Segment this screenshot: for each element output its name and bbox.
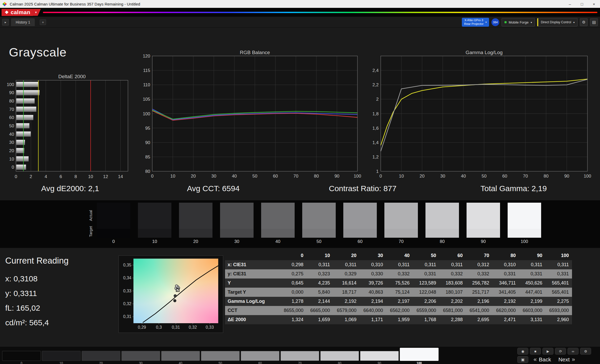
axis-tick-label: 0: [151, 174, 153, 179]
patch-chip[interactable]: [281, 351, 319, 361]
swatch-actual-color: [261, 203, 295, 229]
pattern-patch-10[interactable]: 10: [42, 351, 81, 364]
reading-cdm2: cd/m²: 565,4: [5, 315, 69, 330]
pattern-patch-70[interactable]: 70: [281, 351, 319, 364]
axis-tick-label: 8: [75, 174, 77, 179]
table-value: 2,192: [333, 297, 360, 306]
settings-icon[interactable]: ⚙: [580, 348, 591, 355]
contrast-ratio-stat: Contrast Ratio: 877: [329, 184, 396, 193]
collapse-panel-button[interactable]: ▸: [2, 19, 9, 26]
display-control-button[interactable]: Direct Display Control ▾: [537, 18, 577, 26]
back-button[interactable]: « Back: [531, 356, 553, 363]
tab-history-1[interactable]: History 1: [11, 18, 35, 26]
gray-swatch: 80: [425, 203, 459, 244]
table-value: 0,332: [439, 269, 466, 278]
patch-chip[interactable]: [241, 351, 279, 361]
patch-chip[interactable]: [42, 351, 81, 361]
axis-tick-label: 95: [145, 126, 150, 131]
swatch-actual-color: [467, 203, 500, 229]
layout-panel-icon[interactable]: ▤: [590, 18, 598, 26]
table-value: 2,192: [492, 297, 519, 306]
pattern-patch-90[interactable]: 90: [360, 351, 399, 364]
table-value: 183,608: [439, 278, 466, 288]
play-icon[interactable]: ▶: [542, 348, 553, 355]
axis-tick-label: 0: [15, 174, 17, 179]
axis-tick-label: 10: [9, 157, 14, 162]
axis-tick-label: 105: [143, 97, 150, 102]
patch-chip[interactable]: [400, 348, 439, 361]
axis-tick-label: 100: [584, 174, 591, 179]
axis-tick-label: 2: [376, 97, 379, 102]
table-value: 1,768: [413, 315, 439, 324]
pattern-patch-100[interactable]: 100: [400, 348, 439, 364]
current-reading-title: Current Reading: [5, 256, 69, 266]
next-button[interactable]: Next »: [556, 356, 577, 363]
calman-logo[interactable]: ❖ calman: [2, 9, 33, 16]
patch-label: 80: [320, 361, 359, 364]
table-value: 0,331: [492, 269, 519, 278]
axis-tick-label: 1: [376, 169, 379, 174]
axis-tick-label: 60: [502, 174, 507, 179]
swatch-target-color: [467, 229, 500, 238]
pattern-source-button[interactable]: Mobile Forge ▾: [502, 18, 535, 26]
stop-icon[interactable]: ■: [530, 348, 541, 355]
swatch-level-label: 100: [508, 239, 541, 244]
table-value: 0,330: [360, 269, 386, 278]
pattern-patch-40[interactable]: 40: [161, 351, 200, 364]
patch-label: 20: [82, 361, 120, 364]
measurement-point: [173, 299, 176, 302]
pattern-patch-30[interactable]: 30: [121, 351, 160, 364]
pattern-patch-20[interactable]: 20: [82, 351, 120, 364]
pattern-patch-50[interactable]: 50: [201, 351, 240, 364]
pattern-patch-0[interactable]: 0: [2, 351, 41, 364]
patch-chip[interactable]: [360, 351, 399, 361]
axis-tick-label: 0,34: [123, 276, 131, 280]
patch-chip[interactable]: [201, 351, 240, 361]
table-value: 123,589: [413, 278, 439, 288]
table-value: 0,311: [519, 260, 545, 269]
axis-tick-label: 0,33: [206, 325, 214, 329]
reading-x: x: 0,3108: [5, 271, 69, 286]
capture-icon[interactable]: ◉: [517, 348, 528, 355]
meter-connection-button[interactable]: X-Rite i1Pro 3 Rear Projector ▾: [462, 18, 489, 27]
table-value: 1,959: [386, 315, 413, 324]
swatch-actual-color: [384, 203, 418, 229]
table-value: 1,659: [306, 315, 333, 324]
logo-menu-button[interactable]: ▾: [33, 9, 41, 16]
table-value: 1,171: [360, 315, 386, 324]
pattern-window-icon[interactable]: ▣: [517, 356, 528, 363]
meter-count-badge[interactable]: 384: [491, 18, 499, 26]
table-value: 0,311: [333, 260, 360, 269]
patch-chip[interactable]: [2, 351, 41, 361]
patch-chip[interactable]: [320, 351, 359, 361]
pattern-patch-60[interactable]: 60: [241, 351, 279, 364]
axis-tick-label: 0,32: [189, 325, 197, 329]
rainbow-strip: [43, 12, 597, 13]
axis-tick-label: 10: [399, 174, 404, 179]
patch-chip[interactable]: [161, 351, 200, 361]
repeat-icon[interactable]: ⟳: [555, 348, 566, 355]
table-value: 122,048: [413, 288, 439, 297]
axis-tick-label: 80: [314, 174, 319, 179]
table-value: 6593,000: [546, 306, 572, 315]
column-header: 10: [306, 251, 333, 260]
table-value: 5,840: [306, 288, 333, 297]
table-value: 0,275: [280, 269, 306, 278]
maximize-button[interactable]: □: [576, 0, 588, 8]
continuous-icon[interactable]: ∞: [568, 348, 579, 355]
gray-swatch: 0: [97, 203, 130, 244]
axis-tick-label: 0,31: [123, 314, 131, 319]
table-value: 18,717: [333, 288, 360, 297]
swatch-actual-color: [220, 203, 254, 229]
gear-icon[interactable]: ⚙: [580, 18, 588, 26]
gray-swatch: 50: [302, 203, 336, 244]
close-button[interactable]: ×: [588, 0, 600, 8]
table-value: 2,695: [466, 315, 492, 324]
add-tab-button[interactable]: +: [40, 19, 46, 25]
patch-chip[interactable]: [121, 351, 160, 361]
swatch-target-color: [261, 229, 295, 238]
pattern-patch-80[interactable]: 80: [320, 351, 359, 364]
row-header: Y: [225, 278, 280, 288]
minimize-button[interactable]: –: [564, 0, 576, 8]
patch-chip[interactable]: [82, 351, 120, 361]
